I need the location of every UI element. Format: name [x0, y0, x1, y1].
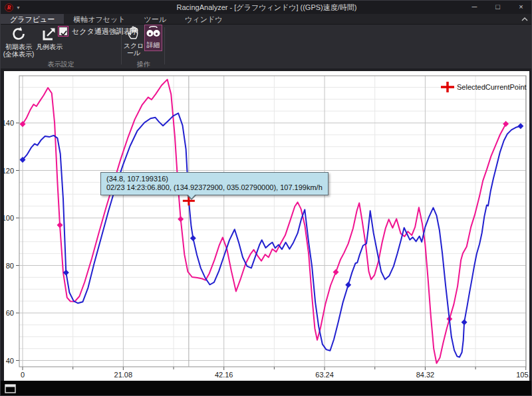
y-axis-label: 100 [4, 214, 14, 222]
series-line-lap-speed-blue [23, 113, 521, 357]
tab-window[interactable]: ウィンドウ [176, 14, 231, 24]
y-axis-label: 60 [6, 309, 14, 317]
sector-marker-diamond [503, 121, 509, 127]
scroll-button[interactable]: スクロール [123, 25, 144, 56]
minimize-button[interactable]: ─ [463, 1, 486, 14]
checkbox-box [59, 27, 67, 35]
legend-toggle-label: 凡例表示 [35, 43, 63, 50]
legend-label: SelectedCurrentPoint [457, 83, 527, 91]
group-label-display-settings: 表示設定 [1, 60, 121, 69]
hand-icon [123, 25, 144, 42]
minimized-window-icon[interactable] [5, 384, 17, 394]
scroll-label: スクロール [123, 42, 144, 56]
tooltip-pointer [188, 194, 196, 199]
detail-zoom-label: 詳細 [145, 41, 162, 49]
ribbon-separator [121, 27, 122, 64]
y-axis-label: 40 [6, 357, 14, 365]
binoculars-icon [145, 25, 162, 41]
x-axis-label: 63.24 [315, 371, 334, 379]
y-axis-label: 120 [4, 167, 14, 175]
status-bar [1, 381, 532, 396]
x-axis-label: 42.16 [215, 371, 233, 379]
sector-marker-diamond [517, 123, 523, 129]
reset-view-icon [2, 26, 35, 43]
reset-view-label-2: (全体表示) [2, 50, 35, 58]
ribbon: 初期表示 (全体表示) 凡例表示 セクタ通過強調表示 表示設定 スクロール 詳細 [1, 25, 532, 68]
series-line-lap-speed-magenta [23, 80, 506, 363]
title-bar: R ▼ RacingAnalyzer - [グラフウィンドウ] ((GPS)速度… [1, 1, 532, 14]
x-axis-label: 105.4 [516, 371, 529, 379]
sector-marker-diamond [57, 222, 63, 228]
checkbox-highlight-frame [58, 26, 68, 37]
maximize-button[interactable]: □ [486, 1, 509, 14]
racing-analyzer-window: { "window": { "title": "RacingAnalyzer -… [0, 0, 532, 396]
window-title: RacingAnalyzer - [グラフウィンドウ] ((GPS)速度/時間) [1, 3, 532, 13]
sector-marker-diamond [190, 235, 196, 241]
sector-marker-diamond [345, 282, 351, 288]
ribbon-separator [164, 27, 165, 64]
tooltip-details: 02/23 14:23:06.800, (134.92372900, 035.0… [106, 183, 323, 192]
graph-window-panel: 406080100120140021.0842.1663.2484.32105.… [4, 71, 529, 381]
tab-horizontal-offset[interactable]: 横軸オフセット [64, 14, 134, 24]
x-axis-label: 84.32 [416, 371, 435, 379]
sector-marker-diamond [333, 269, 339, 275]
reset-view-label-1: 初期表示 [2, 43, 35, 50]
check-icon [60, 29, 68, 37]
y-axis-label: 80 [6, 262, 14, 270]
group-label-operations: 操作 [122, 60, 164, 69]
reset-view-button[interactable]: 初期表示 (全体表示) [2, 26, 35, 58]
datapoint-tooltip: (34.8, 107.199316) 02/23 14:23:06.800, (… [100, 172, 329, 195]
x-axis-label: 21.08 [114, 371, 133, 379]
y-axis-label: 140 [4, 119, 14, 127]
x-axis-label: 0 [21, 371, 25, 379]
close-button[interactable]: × [509, 1, 532, 14]
detail-zoom-button[interactable]: 詳細 [144, 25, 162, 51]
sector-marker-diamond [462, 319, 467, 325]
tooltip-coordinates: (34.8, 107.199316) [106, 175, 323, 183]
tab-tools[interactable]: ツール [135, 14, 176, 24]
ribbon-tab-row: グラフビュー 横軸オフセット ツール ウィンドウ [1, 14, 532, 25]
sector-marker-diamond [178, 216, 184, 222]
ribbon-collapse-chevron-icon[interactable] [521, 15, 529, 23]
tab-graph-view[interactable]: グラフビュー [1, 14, 64, 24]
chart-canvas[interactable]: 406080100120140021.0842.1663.2484.32105.… [4, 71, 529, 381]
